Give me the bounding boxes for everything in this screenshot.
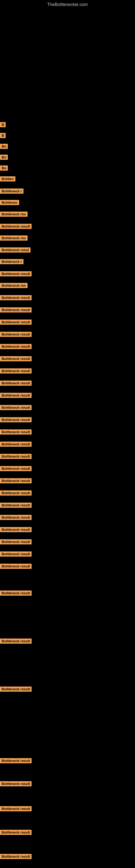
bottleneck-result-label: Bottleneck result (0, 590, 32, 596)
bottleneck-result-label: Bottleneck result (0, 295, 32, 300)
bottleneck-result-label: Bottleneck result (0, 466, 32, 471)
bottleneck-result-label: Bottleneck result (0, 344, 32, 349)
bottleneck-result-label: Bottleneck result (0, 515, 32, 520)
bottleneck-result-label: Bottleneck result (0, 332, 32, 337)
bottleneck-result-label: Bottleneck result (0, 442, 32, 447)
bottleneck-result-label: Bottleneck result (0, 686, 32, 692)
bottleneck-result-label: Bottlen (0, 176, 15, 182)
bottleneck-result-label: Bottleneck result (0, 490, 32, 496)
bottleneck-result-label: Bottleneck result (0, 539, 32, 545)
bottleneck-result-label: Bottleneck result (0, 429, 32, 435)
bottleneck-result-label: Bottlenec (0, 200, 19, 205)
bottleneck-result-label: Bottleneck result (0, 527, 32, 532)
bottleneck-result-label: Bottleneck result (0, 503, 32, 508)
bottleneck-result-label: Bottleneck r (0, 259, 24, 264)
bottleneck-result-label: Bottleneck result (0, 854, 32, 859)
site-title: TheBottlenecker.com (0, 0, 135, 8)
bottleneck-result-label: Bottleneck result (0, 356, 32, 361)
bottleneck-result-label: Bo (0, 165, 8, 170)
bottleneck-result-label: Bottleneck result (0, 639, 32, 644)
bottleneck-result-label: Bottleneck result (0, 405, 32, 410)
bottleneck-result-label: Bottleneck result (0, 478, 32, 484)
bottleneck-result-label: Bottleneck result (0, 393, 32, 398)
bottleneck-result-label: Bottleneck result (0, 564, 32, 569)
bottleneck-result-label: Bottleneck result (0, 271, 32, 276)
bottleneck-result-label: Bottleneck result (0, 224, 32, 229)
bottleneck-result-label: B (0, 122, 6, 127)
bottleneck-result-label: Bo (0, 155, 8, 160)
bottleneck-result-label: Bottleneck result (0, 307, 32, 312)
bottleneck-result-label: Bottleneck result (0, 368, 32, 373)
bottleneck-result-label: Bottleneck result (0, 552, 32, 557)
bottleneck-result-label: Bottleneck result (0, 806, 32, 811)
bottleneck-result-label: Bottleneck resul (0, 247, 31, 252)
bottleneck-result-label: Bottleneck res (0, 236, 28, 241)
bottleneck-result-label: Bottleneck result (0, 319, 32, 325)
bottleneck-result-label: Bottleneck res (0, 212, 28, 217)
bottleneck-result-label: Bottleneck result (0, 417, 32, 422)
bottleneck-result-label: Bottleneck r (0, 188, 24, 194)
bottleneck-result-label: Bottleneck result (0, 781, 32, 786)
bottleneck-result-label: Bottleneck result (0, 758, 32, 763)
bottleneck-result-label: Bo (0, 144, 8, 149)
bottleneck-result-label: Bottleneck result (0, 830, 32, 835)
bottleneck-result-label: Bottleneck result (0, 380, 32, 386)
bottleneck-result-label: Bottleneck res (0, 283, 28, 288)
bottleneck-result-label: Bottleneck result (0, 454, 32, 459)
bottleneck-result-label: B (0, 133, 6, 138)
